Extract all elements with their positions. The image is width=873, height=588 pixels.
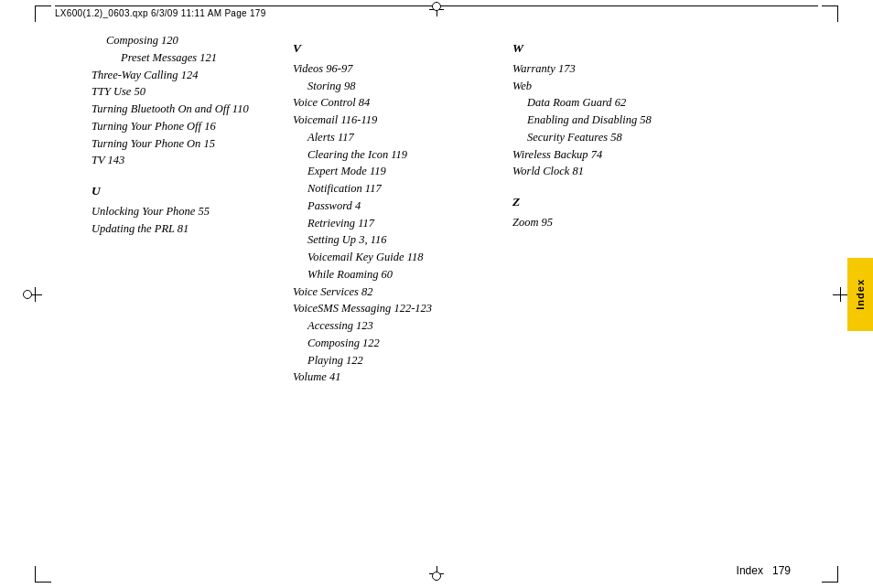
section-w: W Warranty 173 Web Data Roam Guard 62 En…	[512, 39, 686, 180]
entry-voicemail: Voicemail 116-119	[293, 112, 503, 129]
main-content: Composing 120 Preset Messages 121 Three-…	[92, 32, 818, 551]
section-v: V Videos 96-97 Storing 98 Voice Control …	[293, 39, 503, 386]
section-z-letter: Z	[512, 193, 686, 212]
section-w-letter: W	[512, 39, 686, 59]
entry-preset-messages: Preset Messages 121	[92, 49, 284, 67]
entry-retrieving: Retrieving 117	[293, 215, 503, 232]
crosshair-right	[833, 287, 847, 302]
entry-voice-services: Voice Services 82	[293, 283, 503, 301]
entry-turning-phone-on: Turning Your Phone On 15	[92, 135, 284, 153]
entry-zoom: Zoom 95	[512, 214, 686, 231]
corner-mark-top-right	[822, 5, 838, 22]
entry-composing-122: Composing 122	[293, 335, 503, 352]
entry-password: Password 4	[293, 198, 503, 215]
corner-mark-bottom-right	[822, 566, 838, 583]
entry-voicemail-key-guide: Voicemail Key Guide 118	[293, 249, 503, 266]
entry-voice-control: Voice Control 84	[293, 94, 503, 112]
entry-clearing-icon: Clearing the Icon 119	[293, 146, 503, 164]
corner-mark-bottom-left	[35, 566, 51, 583]
entry-three-way-calling: Three-Way Calling 124	[92, 67, 284, 84]
entry-turning-phone-off: Turning Your Phone Off 16	[92, 118, 284, 135]
entry-security-features: Security Features 58	[512, 129, 686, 146]
entry-warranty: Warranty 173	[512, 60, 686, 78]
entry-ttyuse: TTY Use 50	[92, 83, 284, 101]
page: LX600(1.2)_0603.qxp 6/3/09 11:11 AM Page…	[0, 0, 873, 588]
entry-composing-120: Composing 120	[92, 32, 284, 49]
entry-while-roaming: While Roaming 60	[293, 266, 503, 283]
entry-alerts: Alerts 117	[293, 129, 503, 146]
entry-expert-mode: Expert Mode 119	[293, 163, 503, 180]
entry-turning-bluetooth: Turning Bluetooth On and Off 110	[92, 101, 284, 118]
corner-mark-top-left	[35, 5, 51, 22]
entry-videos: Videos 96-97	[293, 60, 503, 78]
section-v-letter: V	[293, 39, 503, 59]
index-tab: Index	[847, 258, 873, 331]
entry-enabling-disabling: Enabling and Disabling 58	[512, 112, 686, 129]
entry-web: Web	[512, 78, 686, 95]
entry-storing: Storing 98	[293, 78, 503, 95]
section-z: Z Zoom 95	[512, 193, 686, 231]
entry-wireless-backup: Wireless Backup 74	[512, 146, 686, 164]
entry-tv: TV 143	[92, 152, 284, 169]
footer-label: Index	[737, 564, 763, 577]
entry-playing: Playing 122	[293, 352, 503, 369]
section-u-letter: U	[92, 182, 284, 201]
crosshair-left-circle	[23, 290, 32, 299]
column-right: W Warranty 173 Web Data Roam Guard 62 En…	[512, 32, 695, 551]
entry-unlocking-phone: Unlocking Your Phone 55	[92, 203, 284, 220]
entry-updating-prl: Updating the PRL 81	[92, 220, 284, 238]
index-tab-label: Index	[855, 279, 866, 310]
entry-voicesms-messaging: VoiceSMS Messaging 122-123	[293, 300, 503, 317]
header-file-info: LX600(1.2)_0603.qxp 6/3/09 11:11 AM Page…	[55, 8, 266, 18]
entry-accessing: Accessing 123	[293, 317, 503, 335]
footer-page-number: 179	[772, 564, 791, 577]
column-mid: V Videos 96-97 Storing 98 Voice Control …	[293, 32, 512, 551]
entry-setting-up: Setting Up 3, 116	[293, 231, 503, 249]
entry-volume: Volume 41	[293, 369, 503, 386]
column-left: Composing 120 Preset Messages 121 Three-…	[92, 32, 293, 551]
entry-notification: Notification 117	[293, 180, 503, 198]
crosshair-bottom-circle	[432, 572, 441, 581]
section-u: U Unlocking Your Phone 55 Updating the P…	[92, 182, 284, 237]
entry-data-roam-guard: Data Roam Guard 62	[512, 94, 686, 112]
entry-world-clock: World Clock 81	[512, 163, 686, 180]
crosshair-top-circle	[432, 2, 441, 11]
footer: Index 179	[737, 564, 791, 577]
